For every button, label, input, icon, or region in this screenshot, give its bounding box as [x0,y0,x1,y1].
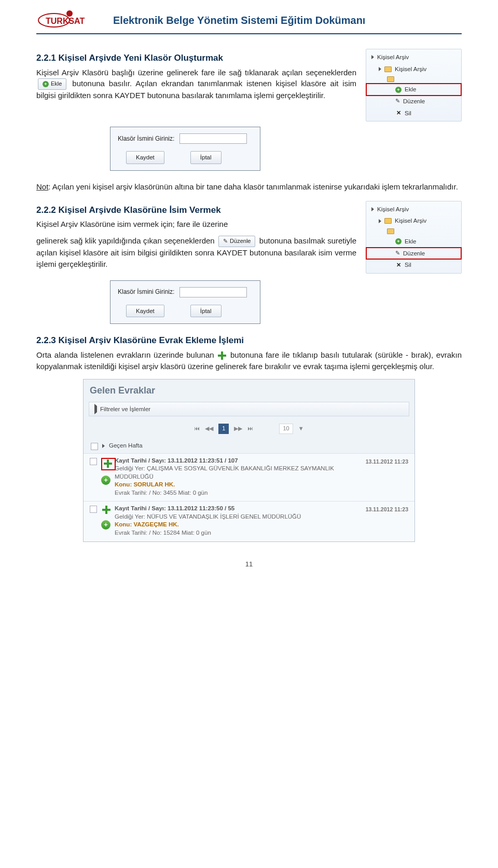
folder-icon [387,76,394,82]
page-number: 11 [36,560,462,569]
folder-name-dialog-2: Klasör İsmini Giriniz: Kaydet İptal [110,280,260,324]
evrak-body: Kayıt Tarihi / Sayı: 13.11.2012 11:23:51… [115,457,362,497]
folder-name-dialog-1: Klasör İsmini Giriniz: Kaydet İptal [110,127,260,171]
drag-cross-icon [102,506,112,515]
context-menu-2: Kişisel Arşiv Kişisel Arşiv +Ekle ✎Düzen… [366,201,462,274]
collapse-icon [371,55,374,59]
expand-icon [94,404,97,414]
menu-kisisel-arsiv[interactable]: Kişisel Arşiv [366,204,461,215]
gelen-evraklar-panel: Gelen Evraklar Filtreler ve İşlemler ⏮ ◀… [83,379,415,541]
pager-prev[interactable]: ◀◀ [205,425,213,433]
dialog-label: Klasör İsmini Giriniz: [118,134,174,143]
collapse-icon [379,219,381,223]
x-icon: ✕ [395,109,402,117]
drag-handle[interactable]: + [101,458,110,485]
menu-kisisel-arsiv-child[interactable]: Kişisel Arşiv [366,215,461,227]
duzenle-button-inline[interactable]: ✎ Düzenle [218,236,255,247]
checkbox[interactable] [90,458,97,465]
turksat-logo: TURKSAT [36,9,104,31]
note-221: Not: Açılan yeni kişisel arşiv klasörünü… [36,181,462,193]
dialog-label: Klasör İsmini Giriniz: [118,288,174,296]
cancel-button[interactable]: İptal [190,151,222,164]
evrak-timestamp: 13.11.2012 11:23 [366,457,408,466]
add-icon[interactable]: + [101,476,110,485]
menu-ekle[interactable]: +Ekle [366,236,461,248]
cancel-button[interactable]: İptal [190,305,222,318]
checkbox[interactable] [90,506,97,513]
menu-duzenle[interactable]: ✎Düzenle [366,248,461,260]
x-icon: ✕ [395,261,402,269]
pager-last[interactable]: ⏭ [247,425,253,433]
menu-duzenle[interactable]: ✎Düzenle [366,96,461,107]
drag-cross-icon [218,351,226,360]
svg-text:TURKSAT: TURKSAT [46,17,85,25]
folder-icon [384,218,392,224]
menu-sil[interactable]: ✕Sil [366,259,461,271]
pencil-icon: ✎ [395,97,400,105]
evrak-row[interactable]: + Kayıt Tarihi / Sayı: 13.11.2012 11:23:… [84,501,414,541]
folder-icon [384,66,392,72]
page-size[interactable]: 10 [279,424,293,434]
heading-221: 2.2.1 Kişisel Arşivde Yeni Klasör Oluştu… [36,52,356,65]
pager-page-1[interactable]: 1 [218,424,229,434]
heading-223: 2.2.3 Kişisel Arşiv Klasörüne Evrak Ekle… [36,334,462,347]
svg-point-1 [66,10,73,17]
collapse-icon [379,67,381,71]
folder-name-input[interactable] [179,287,247,297]
pencil-icon: ✎ [395,249,400,257]
folder-name-input[interactable] [179,133,247,144]
heading-222: 2.2.2 Kişisel Arşivde Klasörüne İsim Ver… [36,204,356,217]
evrak-body: Kayıt Tarihi / Sayı: 13.11.2012 11:23:50… [115,505,362,537]
save-button[interactable]: Kaydet [126,305,164,318]
context-menu-1: Kişisel Arşiv Kişisel Arşiv +Ekle ✎Düzen… [366,49,462,121]
para-221: Kişisel Arşiv Klasörü başlığı üzerine ge… [36,67,356,102]
plus-icon: + [43,81,49,87]
gelen-title: Gelen Evraklar [84,379,414,398]
pager: ⏮ ◀◀ 1 ▶▶ ⏭ 10 ▼ [84,419,414,438]
ekle-button-inline[interactable]: + Ekle [38,78,66,90]
para-222-2: gelinerek sağ klik yapıldığında çıkan se… [36,235,356,270]
menu-kisisel-arsiv[interactable]: Kişisel Arşiv [366,51,461,63]
pager-next[interactable]: ▶▶ [234,425,242,433]
week-group[interactable]: Geçen Hafta [84,438,414,453]
document-header: TURKSAT Elektronik Belge Yönetim Sistemi… [36,9,462,34]
collapse-icon [371,207,374,211]
document-title: Elektronik Belge Yönetim Sistemi Eğitim … [113,13,365,28]
collapse-icon [102,444,105,448]
folder-icon [387,228,394,234]
menu-kisisel-arsiv-child[interactable]: Kişisel Arşiv [366,63,461,75]
para-223: Orta alanda listelenen evrakların üzerin… [36,349,462,372]
evrak-row[interactable]: + Kayıt Tarihi / Sayı: 13.11.2012 11:23:… [84,453,414,501]
add-icon[interactable]: + [101,520,110,530]
filter-bar[interactable]: Filtreler ve İşlemler [89,402,409,417]
para-222-1: Kişisel Arşiv Klasörüne isim vermek için… [36,219,356,230]
evrak-timestamp: 13.11.2012 11:23 [366,505,408,513]
dropdown-icon[interactable]: ▼ [298,425,304,433]
menu-ekle[interactable]: +Ekle [366,84,461,96]
checkbox[interactable] [91,443,98,450]
pencil-icon: ✎ [223,237,228,246]
menu-sil[interactable]: ✕Sil [366,107,461,119]
plus-icon: + [395,87,402,93]
plus-icon: + [395,238,402,245]
drag-handle[interactable]: + [101,506,110,530]
pager-first[interactable]: ⏮ [194,425,200,433]
save-button[interactable]: Kaydet [126,151,164,164]
drag-cross-icon [104,459,113,469]
